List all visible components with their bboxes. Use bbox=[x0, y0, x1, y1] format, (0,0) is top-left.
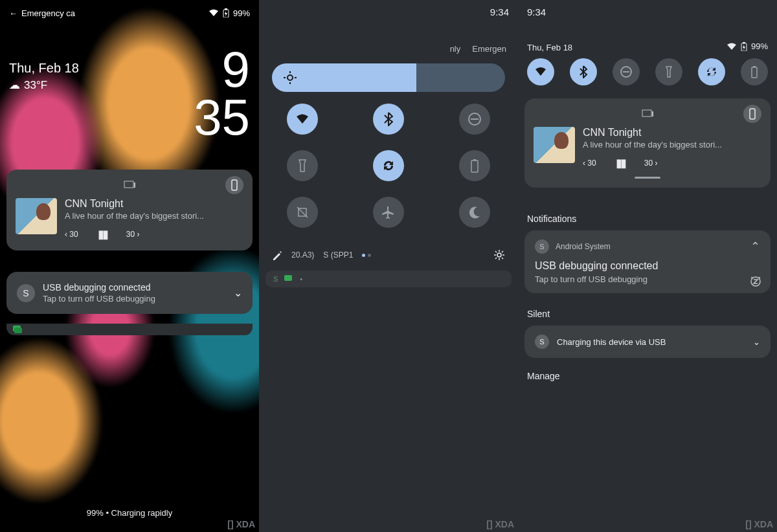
rotate-tile[interactable] bbox=[698, 58, 725, 85]
lockscreen-clock: 9 35 bbox=[194, 45, 250, 141]
shade-date: Thu, Feb 18 bbox=[527, 43, 572, 52]
svg-rect-2 bbox=[124, 181, 133, 188]
battery-charging-icon bbox=[741, 42, 747, 51]
svg-rect-27 bbox=[652, 111, 653, 116]
svg-rect-6 bbox=[14, 327, 22, 333]
wifi-tile[interactable] bbox=[287, 104, 318, 135]
svg-rect-3 bbox=[134, 183, 135, 188]
dnd-tile[interactable] bbox=[613, 58, 640, 85]
expand-chevron-icon[interactable]: ⌄ bbox=[753, 337, 760, 347]
media-title: CNN Tonight bbox=[65, 198, 243, 210]
collapse-chevron-icon[interactable]: ⌃ bbox=[750, 239, 760, 254]
battery-percent: 99% bbox=[751, 41, 768, 51]
lockscreen-date: Thu, Feb 18 bbox=[9, 61, 79, 76]
snooze-icon[interactable] bbox=[750, 275, 761, 287]
svg-point-7 bbox=[287, 75, 293, 80]
carrier-right: Emergen bbox=[472, 44, 506, 54]
media-thumbnail bbox=[16, 198, 57, 234]
android-system-icon: S bbox=[535, 239, 549, 254]
usb-notification[interactable]: S Android System ⌃ USB debugging connect… bbox=[524, 230, 771, 293]
flashlight-tile[interactable] bbox=[655, 58, 682, 85]
emergency-label: Emergency ca bbox=[21, 8, 75, 18]
cast-icon bbox=[642, 109, 653, 118]
silent-text: Charging this device via USB bbox=[557, 337, 666, 347]
svg-rect-25 bbox=[753, 66, 756, 67]
status-time: 9:34 bbox=[527, 6, 546, 17]
svg-rect-24 bbox=[752, 67, 757, 78]
lockscreen-panel: ← Emergency ca 99% Thu, Feb 18 ☁33°F 9 3… bbox=[0, 0, 259, 532]
forward-button[interactable]: 30 › bbox=[126, 230, 140, 239]
output-chip[interactable] bbox=[225, 176, 243, 194]
svg-point-18 bbox=[497, 253, 501, 257]
quick-settings-panel: 9:34 nly Emergen 20.A3) S (SPP1 S • [] X… bbox=[259, 0, 518, 532]
wifi-tile[interactable] bbox=[527, 58, 554, 85]
collapsed-notif-bar[interactable] bbox=[6, 324, 253, 335]
silent-label: Silent bbox=[527, 309, 771, 319]
charging-status: 99% • Charging rapidly bbox=[0, 508, 259, 518]
pause-button[interactable]: ▮▮ bbox=[616, 156, 625, 170]
android-system-icon: S bbox=[17, 284, 35, 302]
wifi-icon bbox=[726, 43, 737, 50]
settings-icon[interactable] bbox=[493, 249, 505, 261]
airplane-tile[interactable] bbox=[373, 197, 404, 228]
status-time: 9:34 bbox=[490, 6, 509, 17]
dnd-tile[interactable] bbox=[459, 104, 490, 135]
cloud-icon: ☁ bbox=[9, 78, 20, 92]
status-bar: ← Emergency ca 99% bbox=[0, 5, 259, 21]
notifications-label: Notifications bbox=[527, 214, 771, 224]
flashlight-tile[interactable] bbox=[287, 150, 318, 181]
forward-button[interactable]: 30 › bbox=[644, 159, 658, 168]
svg-rect-26 bbox=[642, 110, 651, 116]
edit-icon[interactable] bbox=[272, 250, 282, 260]
bluetooth-tile[interactable] bbox=[570, 58, 597, 85]
collapsed-notif-bar[interactable]: S • bbox=[265, 271, 512, 287]
brightness-slider[interactable] bbox=[272, 63, 505, 92]
usb-notification[interactable]: S USB debugging connected Tap to turn of… bbox=[6, 272, 253, 314]
carrier-left: nly bbox=[450, 44, 461, 54]
notif-subtitle: Tap to turn off USB debugging bbox=[535, 274, 760, 284]
page-indicator bbox=[362, 254, 371, 257]
media-subtitle: A live hour of the day's biggest stori..… bbox=[583, 140, 761, 150]
pause-button[interactable]: ▮▮ bbox=[98, 227, 107, 241]
output-chip[interactable] bbox=[743, 105, 761, 123]
svg-rect-15 bbox=[473, 159, 476, 161]
notification-shade-panel: 9:34 Thu, Feb 18 99% CNN Tonight A live … bbox=[518, 0, 777, 532]
battery-saver-tile[interactable] bbox=[459, 150, 490, 181]
messages-icon bbox=[284, 275, 293, 283]
notif-app-label: Android System bbox=[556, 242, 611, 251]
rewind-button[interactable]: ‹ 30 bbox=[583, 159, 596, 168]
media-thumbnail bbox=[534, 127, 575, 163]
android-system-icon: S bbox=[273, 275, 278, 283]
battery-percent: 99% bbox=[233, 8, 250, 18]
data-saver-tile[interactable] bbox=[287, 197, 318, 228]
notif-title: USB debugging connected bbox=[535, 260, 760, 272]
wifi-icon bbox=[208, 9, 219, 17]
media-notification[interactable]: CNN Tonight A live hour of the day's big… bbox=[6, 170, 253, 250]
battery-charging-icon bbox=[223, 8, 229, 17]
android-system-icon: S bbox=[535, 335, 549, 349]
rotate-tile[interactable] bbox=[373, 150, 404, 181]
battery-saver-tile[interactable] bbox=[741, 58, 768, 85]
bluetooth-tile[interactable] bbox=[373, 104, 404, 135]
build-label-1: 20.A3) bbox=[291, 250, 314, 260]
manage-button[interactable]: Manage bbox=[527, 371, 771, 381]
watermark: [] XDA bbox=[227, 519, 255, 529]
notif-subtitle: Tap to turn off USB debugging bbox=[43, 294, 155, 304]
silent-notification[interactable]: S Charging this device via USB ⌄ bbox=[524, 326, 771, 358]
expand-chevron-icon[interactable]: ⌄ bbox=[234, 287, 242, 299]
drag-handle[interactable] bbox=[635, 177, 660, 179]
notif-title: USB debugging connected bbox=[43, 282, 155, 293]
svg-rect-21 bbox=[743, 42, 745, 43]
rewind-button[interactable]: ‹ 30 bbox=[65, 230, 78, 239]
lockscreen-temp: 33°F bbox=[24, 79, 47, 92]
build-label-2: S (SPP1 bbox=[323, 250, 353, 260]
back-icon: ← bbox=[9, 8, 17, 18]
media-notification[interactable]: CNN Tonight A live hour of the day's big… bbox=[524, 98, 771, 188]
media-subtitle: A live hour of the day's biggest stori..… bbox=[65, 211, 243, 221]
svg-rect-4 bbox=[232, 180, 237, 190]
svg-rect-28 bbox=[750, 109, 755, 119]
brightness-icon bbox=[284, 71, 297, 84]
night-tile[interactable] bbox=[459, 197, 490, 228]
media-title: CNN Tonight bbox=[583, 127, 761, 139]
svg-rect-14 bbox=[471, 161, 478, 172]
